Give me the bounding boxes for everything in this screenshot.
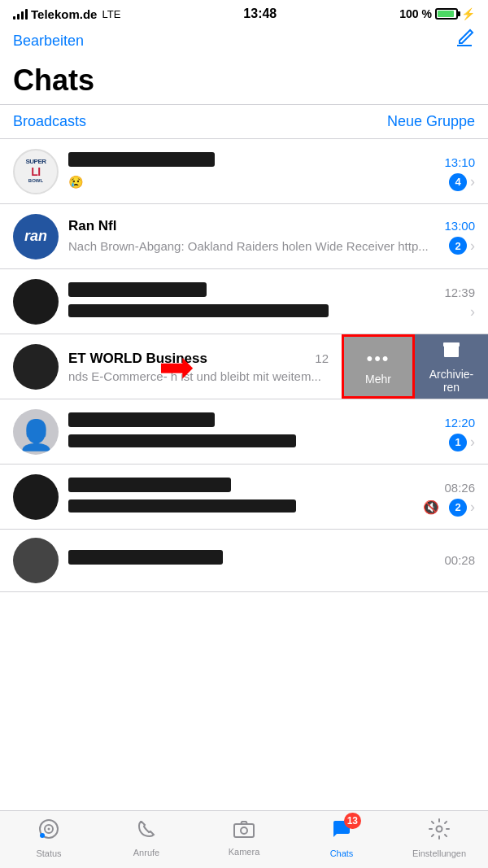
chat-preview [68, 434, 296, 450]
avatar: ran [13, 214, 59, 260]
chat-item[interactable]: ran Ran Nfl 13:00 Nach Brown-Abgang: Oak… [0, 204, 488, 269]
chat-preview: nds E-Commerce- h ist und bleibt mit wei… [68, 369, 329, 383]
avatar [13, 279, 59, 325]
chevron-icon: › [470, 499, 475, 516]
camera-icon [233, 819, 255, 844]
svg-point-7 [437, 827, 442, 832]
avatar [13, 474, 59, 520]
signal-bars [13, 8, 28, 20]
tab-anrufe[interactable]: Anrufe [98, 818, 195, 857]
mehr-label: Mehr [365, 373, 391, 386]
swipe-actions: ••• Mehr Archivie-ren [342, 334, 488, 399]
chat-preview: Nach Brown-Abgang: Oakland Raiders holen… [68, 239, 436, 253]
chat-name: Ran Nfl [68, 218, 438, 234]
unread-badge: 2 [449, 237, 467, 255]
status-left: Telekom.de LTE [13, 7, 120, 21]
phone-icon [136, 818, 157, 845]
neue-gruppe-link[interactable]: Neue Gruppe [387, 113, 475, 130]
broadcasts-row: Broadcasts Neue Gruppe [0, 105, 488, 139]
chat-name [68, 478, 438, 496]
archivieren-label: Archivie-ren [429, 368, 473, 394]
unread-badge: 4 [449, 173, 467, 191]
status-label: Status [36, 848, 61, 858]
network-label: LTE [102, 8, 120, 20]
redacted-preview [68, 304, 329, 317]
redacted-name [68, 152, 215, 167]
chevron-icon: › [470, 434, 475, 451]
chat-item[interactable]: 00:28 [0, 530, 488, 592]
compose-icon[interactable] [454, 28, 475, 54]
battery-percent: 100 % [399, 7, 432, 20]
unread-badge: 2 [449, 499, 467, 517]
chat-time: 12:39 [444, 286, 475, 299]
avatar [13, 344, 59, 390]
page-title: Chats [0, 60, 488, 104]
muted-icon: 🔇 [423, 499, 439, 515]
carrier-label: Telekom.de [31, 7, 97, 21]
chat-item[interactable]: SUPER LI BOWL 13:10 😢 4 › [0, 139, 488, 204]
chat-time: 13:10 [444, 155, 475, 169]
chat-time: 12 [315, 351, 329, 365]
chat-content: 12:20 1 › [68, 412, 475, 451]
chat-tab-badge-wrap: 13 [330, 818, 353, 846]
tab-kamera[interactable]: Kamera [195, 819, 293, 857]
chat-content: 08:26 🔇 2 › [68, 478, 475, 517]
chat-item-swipe-row[interactable]: ET WORLD Business 12 nds E-Commerce- h i… [0, 334, 488, 399]
redacted-name [68, 282, 207, 297]
redacted-name [68, 412, 215, 427]
chat-name [68, 412, 438, 431]
chat-content: 13:10 😢 4 › [68, 152, 475, 191]
content-area: Broadcasts Neue Gruppe SUPER LI BOWL 13:… [0, 105, 488, 657]
avatar-text: ran [24, 228, 47, 245]
chat-header: 12:20 [68, 412, 475, 431]
chevron-icon: › [470, 238, 475, 255]
chat-item[interactable]: 👤 12:20 1 › [0, 399, 488, 465]
edit-button[interactable]: Bearbeiten [13, 33, 84, 50]
einstellungen-label: Einstellungen [412, 848, 466, 858]
chat-footer: › [68, 303, 475, 321]
chat-preview [68, 499, 296, 515]
chat-time: 13:00 [444, 219, 475, 233]
broadcasts-link[interactable]: Broadcasts [13, 113, 86, 130]
battery-icon [435, 8, 458, 20]
chat-footer: 😢 4 › [68, 173, 475, 191]
archive-icon [442, 340, 461, 364]
status-icon [37, 818, 60, 846]
chat-header: Ran Nfl 13:00 [68, 218, 475, 234]
unread-badge: 1 [449, 434, 467, 451]
chat-content: Ran Nfl 13:00 Nach Brown-Abgang: Oakland… [68, 218, 475, 255]
avatar: 👤 [13, 409, 59, 455]
chat-preview: 😢 [68, 175, 84, 190]
settings-icon [428, 818, 451, 846]
chat-content: ET WORLD Business 12 nds E-Commerce- h i… [68, 351, 329, 383]
dots-icon: ••• [366, 348, 390, 369]
battery-fill [438, 11, 454, 17]
chats-badge: 13 [344, 813, 361, 829]
chat-name [68, 550, 438, 569]
chat-content: 12:39 › [68, 282, 475, 321]
tab-chats[interactable]: 13 Chats [293, 818, 390, 858]
kamera-label: Kamera [229, 847, 260, 857]
svg-point-6 [241, 827, 247, 834]
svg-point-3 [48, 828, 50, 831]
chat-footer: 1 › [68, 434, 475, 451]
tab-einstellungen[interactable]: Einstellungen [390, 818, 488, 858]
person-icon: 👤 [18, 418, 54, 452]
svg-point-4 [40, 833, 45, 838]
tab-bar: Status Anrufe Kamera 13 [0, 810, 488, 868]
mehr-button[interactable]: ••• Mehr [342, 334, 415, 399]
chat-content: 00:28 [68, 550, 475, 571]
chat-header: 13:10 [68, 152, 475, 171]
chat-item[interactable]: 08:26 🔇 2 › [0, 465, 488, 530]
status-right: 100 % ⚡ [399, 7, 475, 20]
tab-status[interactable]: Status [0, 818, 98, 858]
chat-name [68, 152, 438, 171]
chat-header: ET WORLD Business 12 [68, 351, 329, 367]
nav-bar: Bearbeiten [0, 24, 488, 60]
chat-item[interactable]: 12:39 › [0, 269, 488, 334]
avatar: SUPER LI BOWL [13, 149, 59, 194]
avatar [13, 538, 59, 583]
swipe-content[interactable]: ET WORLD Business 12 nds E-Commerce- h i… [0, 334, 342, 399]
chats-label: Chats [330, 848, 354, 858]
archivieren-button[interactable]: Archivie-ren [415, 334, 488, 399]
